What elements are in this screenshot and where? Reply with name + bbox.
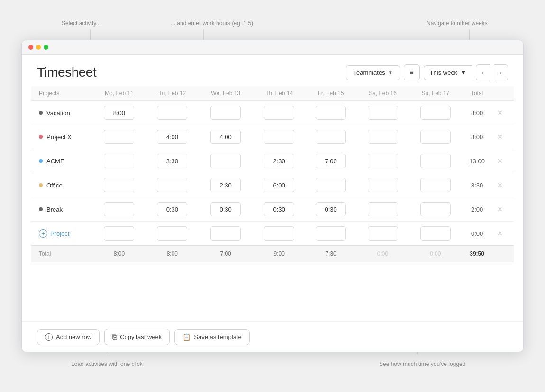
time-cell-break-mon[interactable] (92, 197, 146, 222)
time-cell-acme-sun[interactable] (409, 149, 462, 173)
time-input-acme-sat[interactable] (368, 154, 398, 168)
time-input-px-tue[interactable] (157, 130, 187, 144)
time-input-vacation-wed[interactable] (210, 106, 241, 120)
grid-view-button[interactable]: ≡ (404, 64, 420, 80)
add-empty-sat[interactable] (356, 222, 409, 246)
time-input-new-sat[interactable] (368, 226, 398, 241)
add-empty-tue[interactable] (146, 222, 199, 246)
remove-vacation-button[interactable]: ✕ (495, 108, 505, 117)
time-cell-acme-tue[interactable] (146, 149, 199, 173)
time-input-vacation-tue[interactable] (157, 106, 187, 120)
remove-acme-button[interactable]: ✕ (495, 156, 505, 166)
time-input-break-sat[interactable] (368, 202, 398, 216)
time-input-vacation-sat[interactable] (368, 106, 398, 120)
time-cell-px-tue[interactable] (146, 125, 199, 149)
time-input-new-thu[interactable] (264, 226, 294, 241)
remove-office-button[interactable]: ✕ (495, 180, 505, 190)
time-input-acme-fri[interactable] (316, 154, 346, 168)
traffic-light-red[interactable] (28, 45, 33, 50)
time-cell-px-mon[interactable] (92, 125, 146, 149)
time-input-vacation-mon[interactable] (104, 106, 134, 120)
time-cell-vacation-mon[interactable] (92, 101, 146, 125)
add-empty-sun[interactable] (409, 222, 462, 246)
time-input-office-sat[interactable] (368, 178, 398, 192)
time-cell-acme-sat[interactable] (356, 149, 409, 173)
time-cell-break-tue[interactable] (146, 197, 199, 222)
remove-new-button[interactable]: ✕ (495, 229, 505, 238)
time-cell-vacation-sat[interactable] (356, 101, 409, 125)
time-cell-vacation-wed[interactable] (198, 101, 253, 125)
remove-projectx-button[interactable]: ✕ (495, 132, 505, 142)
time-cell-office-wed[interactable] (198, 173, 253, 197)
time-cell-px-sun[interactable] (409, 125, 462, 149)
copy-last-week-button[interactable]: ⎘ Copy last week (104, 329, 170, 345)
time-cell-break-wed[interactable] (198, 197, 253, 222)
add-empty-fri[interactable] (305, 222, 356, 246)
time-cell-acme-fri[interactable] (305, 149, 356, 173)
time-input-break-mon[interactable] (104, 202, 134, 216)
time-input-acme-tue[interactable] (157, 154, 187, 168)
time-cell-office-sun[interactable] (409, 173, 462, 197)
time-cell-px-wed[interactable] (198, 125, 253, 149)
traffic-light-green[interactable] (44, 45, 48, 50)
time-input-px-thu[interactable] (264, 130, 294, 144)
time-input-office-wed[interactable] (210, 178, 241, 192)
time-cell-acme-wed[interactable] (198, 149, 253, 173)
time-input-office-mon[interactable] (104, 178, 134, 192)
time-input-vacation-thu[interactable] (264, 106, 294, 120)
time-input-px-sun[interactable] (420, 130, 451, 144)
time-input-px-mon[interactable] (104, 130, 134, 144)
add-new-row-button[interactable]: + Add new row (37, 329, 100, 345)
time-input-acme-wed[interactable] (210, 154, 241, 168)
add-project-cell[interactable]: + Project (31, 222, 92, 246)
save-as-template-button[interactable]: 📋 Save as template (174, 329, 249, 345)
time-input-new-tue[interactable] (157, 226, 187, 241)
time-input-px-fri[interactable] (316, 130, 346, 144)
time-cell-vacation-sun[interactable] (409, 101, 462, 125)
add-empty-mon[interactable] (92, 222, 146, 246)
time-input-acme-thu[interactable] (264, 154, 294, 168)
time-cell-break-sun[interactable] (409, 197, 462, 222)
time-input-office-fri[interactable] (316, 178, 346, 192)
time-input-office-sun[interactable] (420, 178, 451, 192)
time-cell-px-fri[interactable] (305, 125, 356, 149)
time-input-new-sun[interactable] (420, 226, 451, 241)
this-week-dropdown[interactable]: This week ▼ (424, 65, 472, 80)
time-input-break-sun[interactable] (420, 202, 451, 216)
time-input-break-thu[interactable] (264, 202, 294, 216)
add-empty-thu[interactable] (253, 222, 305, 246)
time-input-new-fri[interactable] (316, 226, 346, 241)
teammates-dropdown[interactable]: Teammates ▼ (346, 65, 400, 80)
time-input-break-tue[interactable] (157, 202, 187, 216)
time-cell-office-sat[interactable] (356, 173, 409, 197)
time-cell-vacation-tue[interactable] (146, 101, 199, 125)
remove-break-button[interactable]: ✕ (495, 205, 505, 214)
time-input-px-sat[interactable] (368, 130, 398, 144)
time-input-break-fri[interactable] (316, 202, 346, 216)
traffic-light-yellow[interactable] (36, 45, 41, 50)
time-cell-break-fri[interactable] (305, 197, 356, 222)
time-cell-vacation-fri[interactable] (305, 101, 356, 125)
time-cell-acme-mon[interactable] (92, 149, 146, 173)
time-input-break-wed[interactable] (210, 202, 241, 216)
add-empty-wed[interactable] (198, 222, 253, 246)
time-input-office-thu[interactable] (264, 178, 294, 192)
time-cell-office-thu[interactable] (253, 173, 305, 197)
time-input-px-wed[interactable] (210, 130, 241, 144)
time-input-new-wed[interactable] (210, 226, 241, 241)
time-input-acme-mon[interactable] (104, 154, 134, 168)
time-input-vacation-sun[interactable] (420, 106, 451, 120)
time-cell-break-thu[interactable] (253, 197, 305, 222)
time-input-new-mon[interactable] (104, 226, 134, 241)
time-cell-px-sat[interactable] (356, 125, 409, 149)
time-cell-office-tue[interactable] (146, 173, 199, 197)
add-project-label[interactable]: + Project (39, 229, 89, 238)
time-cell-px-thu[interactable] (253, 125, 305, 149)
time-cell-break-sat[interactable] (356, 197, 409, 222)
time-cell-vacation-thu[interactable] (253, 101, 305, 125)
time-input-acme-sun[interactable] (420, 154, 451, 168)
time-cell-acme-thu[interactable] (253, 149, 305, 173)
time-cell-office-mon[interactable] (92, 173, 146, 197)
time-input-office-tue[interactable] (157, 178, 187, 192)
time-input-vacation-fri[interactable] (316, 106, 346, 120)
